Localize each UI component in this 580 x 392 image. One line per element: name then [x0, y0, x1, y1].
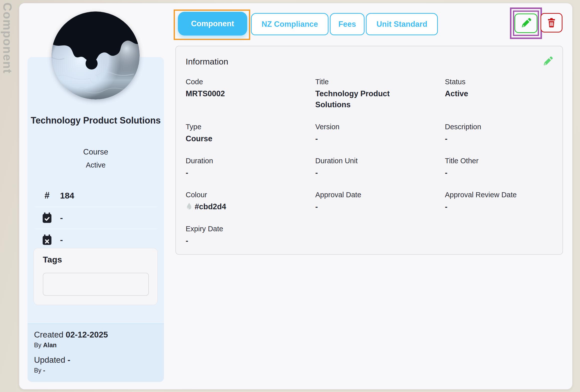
created-by-line: By Alan	[34, 342, 164, 349]
tab-nz-compliance[interactable]: NZ Compliance	[251, 13, 329, 35]
field-status: Status Active	[445, 77, 553, 110]
information-edit-icon[interactable]	[542, 56, 553, 68]
edit-button[interactable]	[514, 14, 537, 33]
component-count: 184	[60, 191, 74, 200]
profile-footer: Created 02-12-2025 By Alan Updated - By …	[28, 324, 164, 382]
updated-date: -	[68, 355, 70, 364]
highlight-box-purple-inner	[513, 10, 539, 36]
tags-panel: Tags	[34, 248, 158, 305]
field-approval-review-date: Approval Review Date -	[445, 190, 553, 212]
information-fields: Code MRTS0002 Title Technology Product S…	[186, 77, 553, 246]
field-duration-unit: Duration Unit -	[315, 156, 445, 178]
information-title: Information	[186, 57, 228, 66]
date-x-value: -	[60, 235, 63, 245]
colour-hex-text: #cbd2d4	[195, 201, 226, 212]
tags-title: Tags	[43, 255, 62, 264]
component-avatar	[52, 12, 140, 100]
created-line: Created 02-12-2025	[34, 330, 164, 340]
field-expiry-date: Expiry Date -	[186, 224, 315, 246]
stat-row-date-check: -	[35, 206, 158, 228]
delete-button[interactable]	[540, 13, 562, 32]
droplet-icon	[186, 202, 193, 212]
puzzle-image	[52, 12, 140, 100]
date-check-value: -	[60, 213, 63, 223]
stat-row-date-x: -	[35, 228, 158, 250]
profile-name: Technology Product Solutions	[28, 114, 164, 127]
field-approval-date: Approval Date -	[315, 190, 445, 212]
field-title-other: Title Other -	[445, 156, 553, 178]
field-duration: Duration -	[186, 156, 315, 178]
field-code: Code MRTS0002	[186, 77, 315, 110]
field-version: Version -	[315, 122, 445, 144]
field-title: Title Technology Product Solutions	[315, 77, 445, 110]
updated-by: -	[43, 367, 45, 374]
profile-stats: # 184 - -	[35, 184, 158, 250]
calendar-check-icon	[42, 212, 53, 224]
created-by: Alan	[43, 342, 57, 348]
page-vertical-title: Component	[1, 2, 14, 74]
tab-component[interactable]: Component	[178, 12, 247, 36]
tags-input[interactable]	[43, 273, 149, 296]
field-type: Type Course	[186, 122, 315, 144]
hash-icon: #	[42, 190, 53, 201]
tab-fees[interactable]: Fees	[330, 13, 365, 35]
profile-status: Active	[28, 161, 164, 169]
updated-by-line: By -	[34, 367, 164, 374]
trash-icon	[546, 18, 556, 28]
pencil-icon	[520, 18, 531, 29]
field-colour: Colour #cbd2d4	[186, 190, 315, 212]
calendar-x-icon	[42, 234, 53, 246]
created-date: 02-12-2025	[66, 330, 108, 339]
profile-type: Course	[28, 148, 164, 156]
field-description: Description -	[445, 122, 553, 144]
stat-row-count: # 184	[35, 184, 158, 206]
highlight-box-purple	[510, 8, 542, 39]
information-panel: Information Code MRTS0002 Title Technolo…	[175, 46, 563, 255]
updated-line: Updated -	[34, 355, 164, 365]
tab-unit-standard[interactable]: Unit Standard	[366, 13, 438, 35]
pencil-icon	[542, 56, 553, 67]
